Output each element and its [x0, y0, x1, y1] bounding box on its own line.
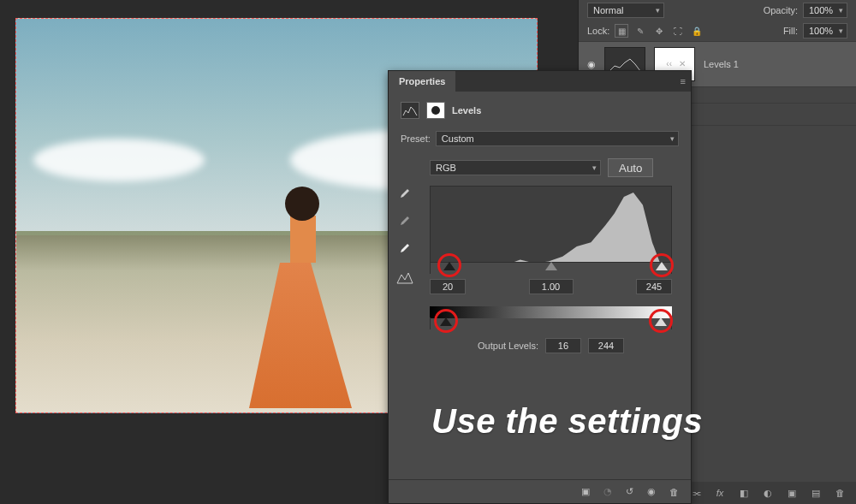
input-gamma-field[interactable]: 1.00: [529, 279, 574, 294]
output-white-slider[interactable]: [655, 317, 667, 326]
mask-mode-icon[interactable]: [426, 102, 445, 119]
lock-transparency-icon[interactable]: ▦: [615, 24, 628, 38]
lock-image-icon[interactable]: ✎: [633, 24, 647, 38]
new-layer-icon[interactable]: ▤: [810, 488, 822, 499]
link-layers-icon[interactable]: ⫘: [690, 488, 702, 498]
visibility-toggle-icon[interactable]: ◉: [587, 59, 596, 70]
fx-icon[interactable]: fx: [714, 488, 726, 498]
properties-tab[interactable]: Properties: [389, 71, 455, 92]
opacity-label: Opacity:: [764, 5, 798, 15]
black-point-eyedropper-icon[interactable]: [399, 182, 414, 198]
output-slider-track[interactable]: [430, 317, 672, 329]
lock-position-icon[interactable]: ✥: [652, 24, 666, 38]
tutorial-annotation: Use the settings: [431, 402, 703, 441]
properties-footer: ▣ ◔ ↺ ◉ 🗑: [389, 479, 691, 503]
fill-label: Fill:: [783, 26, 798, 36]
trash-icon[interactable]: 🗑: [669, 487, 679, 497]
visibility-icon[interactable]: ◉: [647, 486, 656, 497]
input-white-field[interactable]: 245: [636, 279, 672, 294]
mask-icon[interactable]: ◧: [738, 488, 750, 499]
selection-handle[interactable]: [15, 405, 24, 413]
auto-button[interactable]: Auto: [608, 158, 653, 177]
output-black-field[interactable]: 16: [545, 338, 581, 353]
trash-icon[interactable]: 🗑: [834, 488, 846, 498]
adjustment-icon[interactable]: ◐: [762, 488, 774, 499]
input-black-field[interactable]: 20: [430, 279, 466, 294]
lock-all-icon[interactable]: 🔒: [690, 24, 704, 38]
levels-histogram: [430, 186, 672, 263]
output-levels-label: Output Levels:: [478, 341, 538, 351]
svg-marker-1: [431, 193, 671, 263]
selection-handle[interactable]: [15, 18, 24, 27]
output-gradient: [430, 306, 672, 318]
clip-preview-icon[interactable]: [395, 271, 414, 287]
channel-select[interactable]: RGB: [430, 160, 601, 175]
output-black-slider[interactable]: [440, 317, 452, 326]
adjustment-title: Levels: [452, 105, 481, 116]
levels-mode-icon[interactable]: [401, 102, 419, 119]
output-white-field[interactable]: 244: [588, 338, 624, 353]
clip-to-layer-icon[interactable]: ▣: [581, 486, 590, 497]
white-point-eyedropper-icon[interactable]: [399, 237, 414, 252]
group-icon[interactable]: ▣: [786, 488, 798, 499]
selection-handle[interactable]: [529, 18, 538, 27]
fill-select[interactable]: 100%: [803, 23, 847, 39]
photo-subject: [256, 190, 350, 412]
input-slider-track[interactable]: [430, 262, 672, 274]
gray-point-eyedropper-icon[interactable]: [399, 210, 414, 225]
panel-menu-icon[interactable]: ≡: [681, 76, 686, 86]
lock-label: Lock:: [587, 26, 609, 36]
lock-artboard-icon[interactable]: ⛶: [671, 24, 685, 38]
collapse-icon[interactable]: ‹‹: [666, 59, 672, 68]
input-gamma-slider[interactable]: [545, 262, 557, 270]
opacity-select[interactable]: 100%: [803, 3, 847, 18]
reset-icon[interactable]: ↺: [626, 486, 633, 497]
close-icon[interactable]: ✕: [679, 59, 686, 68]
panel-header[interactable]: Properties ≡: [389, 71, 691, 92]
preset-label: Preset:: [401, 133, 431, 144]
decoration: [33, 139, 205, 181]
layer-name[interactable]: Levels 1: [704, 59, 739, 69]
svg-marker-0: [397, 273, 413, 283]
input-white-slider[interactable]: [656, 262, 668, 270]
blend-mode-select[interactable]: Normal: [587, 3, 664, 18]
view-previous-icon[interactable]: ◔: [603, 486, 612, 497]
preset-select[interactable]: Custom: [436, 131, 679, 146]
input-black-slider[interactable]: [443, 262, 455, 270]
